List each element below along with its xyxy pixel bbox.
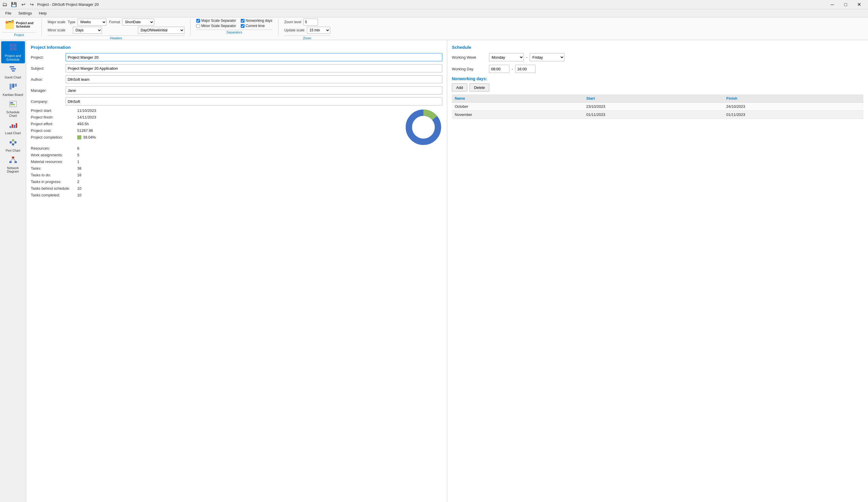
sidebar-item-pert-label: Pert Chart (6, 149, 20, 152)
working-day-end-input[interactable] (515, 65, 536, 73)
load-chart-icon (9, 121, 17, 130)
tasks-value: 38 (77, 166, 81, 171)
zoom-level-input[interactable] (303, 19, 318, 25)
zoom-row2: Update scale 15 min (284, 27, 330, 34)
major-scale-sep-input[interactable] (196, 19, 200, 23)
sidebar-item-project-schedule[interactable]: Project and Schedule (1, 41, 25, 63)
sidebar-item-network[interactable]: Network Diagram (1, 155, 25, 175)
delete-nonworking-button[interactable]: Delete (469, 83, 489, 92)
undo-btn[interactable]: ↩ (20, 1, 27, 8)
project-cost-row: Project cost: 51287.96 (31, 129, 400, 133)
manager-field-label: Manager: (31, 88, 66, 93)
sidebar-item-schedule-chart[interactable]: Schedule Chart (1, 99, 25, 119)
manager-field-row: Manager: (31, 86, 442, 94)
quick-save[interactable]: 💾 (10, 1, 18, 8)
svg-rect-2 (10, 47, 13, 51)
current-time-check[interactable]: Current time (241, 24, 265, 28)
svg-point-20 (12, 139, 14, 142)
menu-file[interactable]: File (2, 10, 14, 16)
maximize-button[interactable]: □ (839, 0, 852, 9)
working-day-start-input[interactable] (489, 65, 509, 73)
svg-point-31 (412, 116, 435, 139)
minor-format-select[interactable]: DayOfWeekInitial (138, 27, 184, 34)
sep-row2: Minor Scale Separator Current time (196, 24, 272, 28)
schedule-chart-icon (9, 101, 17, 109)
working-week-end-select[interactable]: Friday Saturday (530, 53, 565, 61)
subject-field-label: Subject: (31, 66, 66, 71)
tasks-behind-value: 10 (77, 186, 81, 191)
work-assignments-value: 5 (77, 153, 79, 157)
svg-rect-26 (14, 161, 17, 163)
project-start-value: 11/10/2023 (77, 109, 96, 113)
app-icon: 🗂 (2, 1, 8, 8)
table-row[interactable]: November01/11/202301/11/2023 (452, 111, 864, 119)
minor-scale-sep-input[interactable] (196, 24, 200, 28)
working-week-start-select[interactable]: Monday Sunday (489, 53, 524, 61)
sidebar-item-gantt[interactable]: Gantt Chart (1, 64, 25, 81)
tasks-progress-row: Tasks in progress: 2 (31, 180, 442, 184)
completion-color-swatch (77, 135, 81, 140)
tasks-todo-value: 16 (77, 173, 81, 177)
company-input[interactable] (66, 97, 442, 105)
separators-content: Major Scale Separator Nonworking days Mi… (196, 19, 272, 28)
sidebar-item-kanban[interactable]: Kanban Board (1, 81, 25, 98)
ribbon-project-btn[interactable]: 🗂️ Project and Schedule (2, 19, 36, 31)
svg-rect-0 (10, 43, 13, 47)
manager-input[interactable] (66, 86, 442, 94)
table-row[interactable]: October23/10/202324/10/2023 (452, 103, 864, 111)
minimize-button[interactable]: ─ (826, 0, 839, 9)
minor-scale-sep-check[interactable]: Minor Scale Separator (196, 24, 236, 28)
ribbon-schedule-label: Schedule (16, 25, 33, 28)
project-field-label: Project: (31, 55, 66, 60)
tasks-behind-row: Tasks behind schedule: 10 (31, 186, 442, 191)
project-input[interactable] (66, 53, 442, 61)
major-scale-sep-check[interactable]: Major Scale Separator (196, 19, 236, 23)
company-field-label: Company: (31, 99, 66, 104)
svg-rect-3 (13, 47, 17, 51)
ribbon-sep-section-label: Separators (196, 30, 272, 34)
ribbon-project-label-block: Project and Schedule (16, 21, 33, 28)
ribbon-headers-section-label: Headers (48, 35, 184, 40)
sidebar-item-pert[interactable]: Pert Chart (1, 137, 25, 154)
ribbon-section-zoom: Zoom level Update scale 15 min Zoom (284, 19, 330, 40)
add-nonworking-button[interactable]: Add (452, 83, 467, 92)
author-input[interactable] (66, 75, 442, 83)
ribbon-content: 🗂️ Project and Schedule Project Major sc… (2, 19, 866, 40)
svg-line-27 (10, 158, 13, 161)
menu-settings[interactable]: Settings (16, 10, 35, 16)
ribbon-divider-2 (190, 19, 190, 36)
cell-finish: 24/10/2023 (723, 103, 864, 111)
svg-rect-25 (9, 161, 12, 163)
window-controls: ─ □ ✕ (826, 0, 866, 9)
content-area: Project Information Project: Subject: Au… (26, 40, 868, 502)
title-bar: 🗂 💾 ↩ ↪ Project - DlhSoft Project Manage… (0, 0, 868, 9)
project-completion-label: Project completion: (31, 135, 77, 140)
major-type-select[interactable]: Weeks (78, 19, 106, 25)
menu-help[interactable]: Help (36, 10, 50, 16)
svg-rect-4 (10, 66, 14, 68)
tasks-completed-label: Tasks completed: (31, 193, 77, 197)
project-effort-value: 493.5h (77, 122, 89, 126)
project-effort-row: Project effort: 493.5h (31, 122, 400, 126)
working-day-row: Working Day - (452, 65, 864, 73)
update-scale-select[interactable]: 15 min (307, 27, 330, 34)
sidebar-item-schedule-label: Schedule Chart (2, 110, 24, 117)
minor-type-select[interactable]: Days (73, 27, 102, 34)
sidebar-item-load-chart[interactable]: Load Chart (1, 120, 25, 136)
nonworking-days-check[interactable]: Nonworking days (241, 19, 272, 23)
nonworking-days-input[interactable] (241, 19, 245, 23)
title-bar-left: 🗂 💾 ↩ ↪ Project - DlhSoft Project Manage… (2, 1, 99, 8)
nonworking-table: Name Start Finish October23/10/202324/10… (452, 94, 864, 119)
sidebar-item-kanban-label: Kanban Board (3, 93, 23, 96)
redo-btn[interactable]: ↪ (29, 1, 35, 8)
sidebar-item-project-label: Project and Schedule (2, 54, 24, 62)
project-panel: Project Information Project: Subject: Au… (26, 40, 447, 502)
work-assignments-label: Work assignments: (31, 153, 77, 157)
current-time-input[interactable] (241, 24, 245, 28)
major-format-select[interactable]: ShortDate (122, 19, 154, 25)
close-button[interactable]: ✕ (852, 0, 866, 9)
svg-rect-16 (16, 123, 17, 128)
project-icon: 🗂️ (4, 20, 15, 29)
subject-input[interactable] (66, 64, 442, 72)
type-label: Type (68, 20, 75, 24)
